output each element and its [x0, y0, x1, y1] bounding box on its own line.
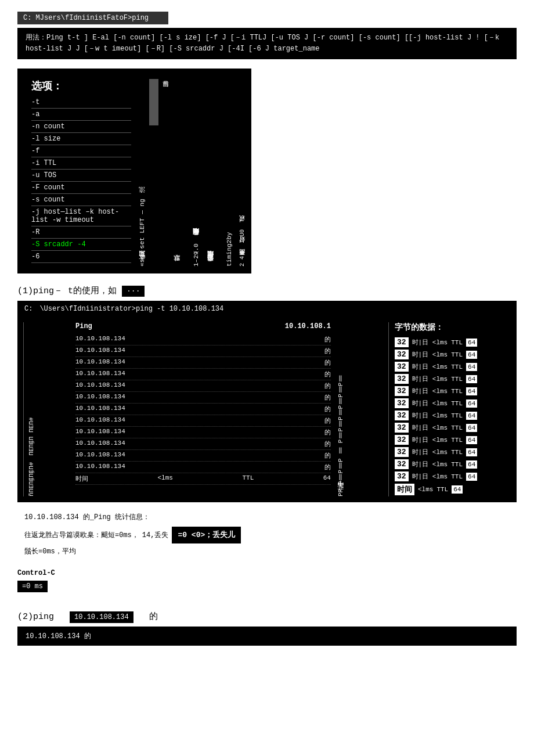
ping-num: 32	[395, 337, 409, 347]
row-suffix: 的	[324, 416, 331, 425]
option-item-a: -a	[31, 109, 131, 121]
table-row: 10.10.108.134 的	[75, 450, 331, 462]
timing-text: timing2by	[226, 232, 233, 267]
ttl-label: TTL	[451, 437, 463, 444]
ping-timing: 时|日 <lms	[412, 411, 448, 420]
row-suffix: 的	[324, 358, 331, 367]
desc1-text: 1–2（9.0 层别面向别继续的 rp	[193, 228, 200, 267]
section1-title: (1)ping－ t的使用，如 ···	[17, 285, 517, 296]
table-row: 10.10.108.134 的	[75, 404, 331, 415]
desc3-text: 2 用用至子由4＞ 对 IpU0 或 TL	[239, 215, 246, 267]
ttl-label: TTL	[451, 449, 463, 456]
desc2-text: 户名密码值 鑑别继续的	[207, 263, 214, 267]
ping-reply-row: 32 时|日 <lms TTL 64	[395, 409, 511, 422]
top-cmd-bar: C: MJsers\fIdniinistFatoF>ping	[17, 12, 168, 24]
row-ip: 10.10.108.134	[75, 381, 125, 390]
row-suffix: 的	[324, 405, 331, 413]
avg-container: =0 ms	[17, 581, 517, 602]
ping-timing: 时|日 <lms	[412, 387, 448, 395]
row-ip: 10.10.108.134	[75, 335, 125, 344]
option-item-jk: -j host—list –k host-list -w timeout	[31, 206, 131, 226]
table-row: 10.10.108.134 的	[75, 334, 331, 345]
row-suffix: 的	[324, 370, 331, 379]
table-row: 10.10.108.134 的	[75, 415, 331, 427]
options-desc2: 户名密码值 鑑别继续的	[204, 73, 218, 269]
table-row: 10.10.108.134 的	[75, 357, 331, 369]
row-suffix: 的	[324, 428, 331, 437]
row-num-last: 时间	[75, 474, 88, 483]
option-item-F: -F count	[31, 182, 131, 194]
section1-title-text: (1)ping－ t的使用，如	[17, 286, 117, 296]
ping-header-label: Ping	[75, 322, 92, 330]
ping-reply-row: 32 时|日 <lms TTL 64	[395, 385, 511, 397]
syntax-text: 用法：Ping t-t ] E-al [-n count] [-l s ize]…	[26, 34, 499, 53]
row-suffix: 的	[324, 347, 331, 355]
ping-timing: 时|日 <lms	[412, 423, 448, 432]
option-S-label: -S srcaddr -4	[31, 240, 86, 249]
ping-timing: 时|日 <lms	[412, 435, 448, 444]
section1-cmd-text: C: \Users\fIdniinistrator>ping -t 10.10.…	[24, 305, 223, 313]
option-item-l: -l size	[31, 133, 131, 145]
control-c-text: Control-C	[17, 569, 55, 577]
section1-title-suffix: ···	[122, 286, 145, 297]
syntax-block: 用法：Ping t-t ] E-al [-n count] [-l s ize]…	[17, 28, 517, 59]
options-middle-text: 大«如送文sg：set LEFT — ng流	[137, 73, 148, 269]
ping-middle-text: 非P中中P,P‖P‖P ‖ P‖P‖P‖P‖P‖P‖	[337, 375, 344, 496]
section2-block2: 10.10.108.134 的	[17, 627, 517, 646]
row-suffix: 的	[324, 440, 331, 448]
ping-num: 32	[395, 435, 409, 445]
row-ttl-label-last: TTL	[242, 474, 254, 483]
control-c-line: Control-C	[17, 569, 517, 577]
ping-reply-row: 32 时|日 <lms TTL 64	[395, 446, 511, 458]
ttl-label: TTL	[451, 461, 463, 468]
ttl-label: TTL	[451, 363, 463, 370]
ping-num: 32	[395, 350, 409, 359]
ping-reply-row: 32 时|日 <lms TTL 64	[395, 361, 511, 373]
cmd-path-text: C: MJsers\fIdniinistFatoF>ping	[23, 14, 149, 22]
ping-timing: 时|日 <lms	[412, 448, 448, 456]
option-item-i: -i TTL	[31, 157, 131, 170]
ping-reply-row: 32 时|日 <lms TTL 64	[395, 422, 511, 434]
options-left-block: 选项： -t -a -n count -l size -f -i TTL -u …	[23, 73, 139, 269]
lost-box: =0 <0>；丢失儿	[172, 527, 241, 543]
stats-text2: 往返龙胜占导篇谟欧臬：颶短=0ms，	[24, 530, 139, 542]
option-item-S: -S srcaddr -4	[31, 239, 131, 251]
ping-middle-col: 非P中中P,P‖P‖P ‖ P‖P‖P‖P‖P‖P‖	[337, 322, 389, 496]
stats-text1: 10.10.108.134 的_Ping 统计信息：	[24, 512, 150, 524]
options-desc1: 1–2（9.0 层别面向别继续的 rp	[190, 73, 203, 269]
options-desc3: 2 用用至子由4＞ 对 IpU0 或 TL	[236, 73, 249, 269]
row-suffix: 的	[324, 463, 331, 471]
ping-timing: 时|日 <lms	[412, 338, 448, 347]
options-main-col: 选项： -t -a -n count -l size -f -i TTL -u …	[17, 69, 134, 273]
middle-text-span: 大«如送文sg：set LEFT — ng流	[139, 199, 146, 267]
options-layout: 选项： -t -a -n count -l size -f -i TTL -u …	[17, 69, 517, 273]
ping-num: 32	[395, 374, 409, 384]
table-row: 10.10.108.134 的	[75, 427, 331, 438]
options-right-text2: 非默	[172, 73, 183, 269]
option-item-R: -R	[31, 226, 131, 239]
ttl-val: 64	[466, 399, 477, 408]
ttl-label: TTL	[451, 412, 463, 419]
avg-value: =0 ms	[17, 581, 48, 592]
ttl-label: TTL	[451, 400, 463, 407]
ping-timing-last: <lms	[418, 486, 433, 493]
ping-right-col: 字节的数据： 32 时|日 <lms TTL 64 32 时|日 <lms TT…	[395, 322, 511, 496]
ping-num: 32	[395, 398, 409, 408]
ping-timing: 时|日 <lms	[412, 362, 448, 371]
row-suffix: 的	[324, 393, 331, 402]
ping-timing: 时|日 <lms	[412, 399, 448, 408]
ping-num: 32	[395, 362, 409, 372]
ttl-val: 64	[466, 387, 477, 395]
ttl-val: 64	[466, 339, 477, 347]
row-ip: 10.10.108.134	[75, 463, 125, 471]
ttl-val: 64	[466, 412, 477, 420]
ttl-label: TTL	[451, 473, 463, 480]
ping-timing: 时|日 <lms	[412, 375, 448, 383]
ttl-label: TTL	[451, 376, 463, 383]
page-wrapper: C: MJsers\fIdniinistFatoF>ping 用法：Ping t…	[0, 0, 534, 657]
ttl-val: 64	[466, 424, 477, 432]
ttl-label: TTL	[451, 351, 463, 358]
ttl-val: 64	[466, 363, 477, 371]
row-ip: 10.10.108.134	[75, 451, 125, 460]
ping-reply-row: 32 时|日 <lms TTL 64	[395, 397, 511, 409]
